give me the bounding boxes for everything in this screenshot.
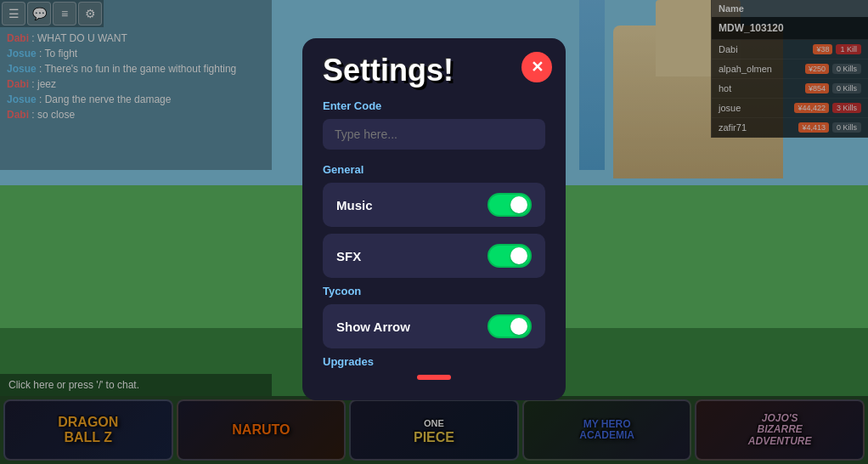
settings-title: Settings! <box>323 55 545 86</box>
music-toggle[interactable] <box>488 193 532 217</box>
settings-modal: Settings! ✕ Enter Code General Music SFX… <box>302 38 566 400</box>
code-input-field[interactable] <box>323 119 545 150</box>
setting-row-show-arrow: Show Arrow <box>323 304 545 348</box>
settings-section-general: General <box>323 163 545 176</box>
modal-overlay: Settings! ✕ Enter Code General Music SFX… <box>0 0 868 464</box>
settings-close-button[interactable]: ✕ <box>521 52 552 82</box>
settings-section-tycoon: Tycoon <box>323 285 545 297</box>
scroll-indicator <box>417 375 451 380</box>
setting-label-sfx: SFX <box>336 249 361 263</box>
show-arrow-toggle[interactable] <box>488 314 532 338</box>
setting-label-show-arrow: Show Arrow <box>336 320 410 334</box>
setting-row-music: Music <box>323 183 545 227</box>
setting-row-sfx: SFX <box>323 234 545 278</box>
settings-section-enter-code: Enter Code <box>323 99 545 112</box>
sfx-toggle[interactable] <box>488 244 532 268</box>
settings-section-upgrades: Upgrades <box>323 355 545 368</box>
scroll-hint <box>323 375 545 380</box>
setting-label-music: Music <box>336 198 373 212</box>
